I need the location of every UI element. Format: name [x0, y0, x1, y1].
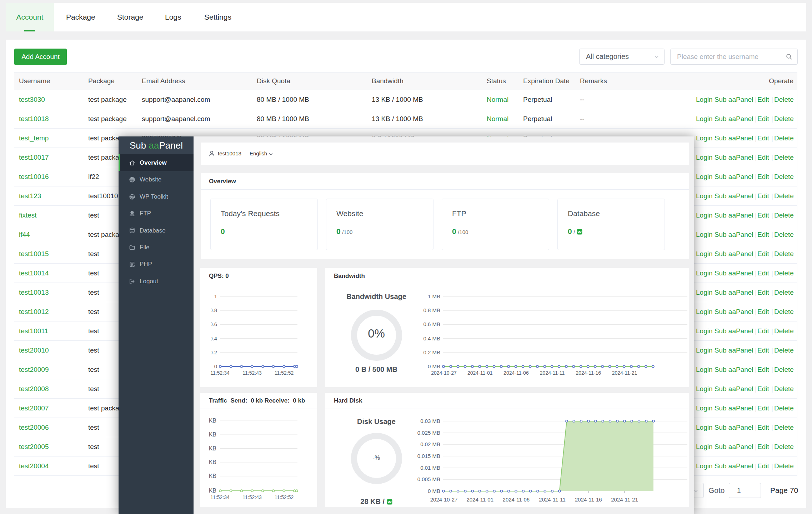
svg-text:0.01 MB: 0.01 MB [420, 465, 440, 471]
svg-text:11:52:34: 11:52:34 [210, 370, 230, 376]
svg-text:2024-11-16: 2024-11-16 [575, 496, 602, 503]
svg-text:0 MB: 0 MB [428, 488, 440, 494]
svg-text:2024-11-01: 2024-11-01 [466, 496, 493, 503]
svg-text:KB: KB [209, 431, 216, 438]
svg-text:KB: KB [209, 459, 216, 465]
svg-text:0.6 MB: 0.6 MB [423, 321, 440, 327]
svg-text:0.03 MB: 0.03 MB [420, 418, 440, 424]
svg-text:0.005 MB: 0.005 MB [417, 476, 440, 482]
svg-text:1: 1 [214, 293, 217, 299]
svg-text:KB: KB [209, 488, 216, 494]
svg-text:0.025 MB: 0.025 MB [417, 430, 440, 436]
svg-text:11:52:43: 11:52:43 [242, 494, 262, 500]
svg-text:2024-11-21: 2024-11-21 [611, 496, 638, 503]
svg-text:0 MB: 0 MB [428, 363, 440, 369]
svg-text:2024-11-16: 2024-11-16 [576, 370, 601, 376]
svg-text:11:52:52: 11:52:52 [275, 494, 294, 500]
svg-text:2024-11-11: 2024-11-11 [539, 496, 566, 503]
svg-text:11:52:52: 11:52:52 [275, 370, 294, 376]
svg-text:2024-11-11: 2024-11-11 [540, 370, 565, 376]
svg-text:2024-11-06: 2024-11-06 [503, 370, 529, 376]
svg-text:0.4 MB: 0.4 MB [423, 335, 440, 341]
svg-text:0.02 MB: 0.02 MB [420, 441, 440, 447]
svg-text:KB: KB [209, 418, 216, 424]
svg-text:2024-11-06: 2024-11-06 [503, 496, 530, 503]
svg-text:KB: KB [209, 473, 216, 479]
svg-text:1 MB: 1 MB [428, 293, 440, 299]
svg-text:0: 0 [214, 363, 217, 369]
svg-text:0.8 MB: 0.8 MB [423, 307, 440, 313]
svg-text:11:52:43: 11:52:43 [242, 370, 262, 376]
svg-text:0.015 MB: 0.015 MB [417, 453, 440, 459]
svg-text:KB: KB [209, 445, 216, 451]
svg-text:2024-11-01: 2024-11-01 [467, 370, 493, 376]
svg-text:2024-10-27: 2024-10-27 [430, 496, 458, 503]
svg-text:11:52:34: 11:52:34 [210, 494, 230, 500]
svg-text:2024-10-27: 2024-10-27 [431, 370, 457, 376]
svg-text:0.2 MB: 0.2 MB [423, 349, 440, 355]
svg-text:2024-11-21: 2024-11-21 [612, 370, 637, 376]
